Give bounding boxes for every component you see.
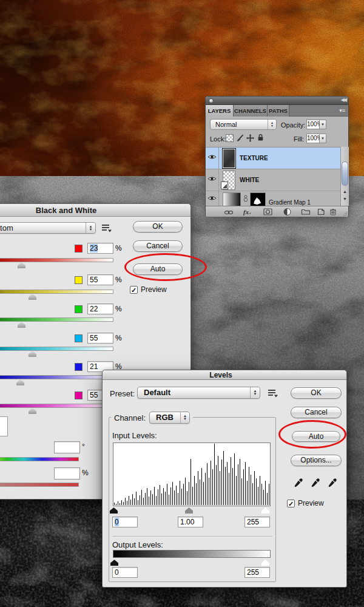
- cyan-value-field[interactable]: 55: [87, 333, 113, 344]
- lock-all-icon[interactable]: [257, 134, 265, 141]
- channel-dropdown[interactable]: RGB ▲▼: [149, 412, 190, 424]
- green-slider-handle[interactable]: [18, 322, 25, 328]
- auto-button-annotation-bw: [124, 253, 207, 281]
- tab-layers[interactable]: LAYERS: [206, 105, 234, 117]
- scrollbar-thumb[interactable]: [342, 161, 348, 186]
- layer-row-gradient-map[interactable]: Gradient Map 1: [206, 191, 340, 206]
- bw-preview-checkbox[interactable]: ✓: [130, 286, 138, 294]
- adjustment-layer-icon[interactable]: [283, 208, 292, 216]
- levels-preset-list-icon[interactable]: [268, 389, 278, 398]
- magenta-slider-handle[interactable]: [29, 408, 36, 414]
- layers-panel-titlebar[interactable]: ◀◀: [206, 97, 348, 105]
- blue-slider-track[interactable]: [0, 375, 113, 379]
- saturation-slider-track[interactable]: [0, 483, 79, 487]
- levels-preview-checkbox[interactable]: ✓: [287, 500, 295, 507]
- green-value-field[interactable]: 22: [87, 304, 113, 314]
- fill-label: Fill:: [294, 135, 304, 143]
- tint-swatch[interactable]: [0, 416, 8, 436]
- scroll-down-icon[interactable]: ▼: [341, 197, 349, 201]
- bw-ok-button[interactable]: OK: [133, 221, 183, 232]
- resize-grip-icon[interactable]: [343, 211, 348, 216]
- levels-ok-button[interactable]: OK: [291, 387, 342, 399]
- levels-preset-stepper-icon[interactable]: ▲▼: [250, 387, 260, 398]
- magenta-swatch: [75, 392, 83, 399]
- output-highlight-field[interactable]: 255: [244, 567, 270, 578]
- blue-slider-handle[interactable]: [16, 379, 24, 385]
- lock-paint-brush-icon[interactable]: [236, 134, 244, 142]
- green-slider-track[interactable]: [0, 317, 113, 322]
- red-slider-track[interactable]: [0, 258, 113, 262]
- opacity-value[interactable]: 100%: [306, 120, 320, 129]
- cyan-unit: %: [115, 334, 122, 342]
- scroll-up-icon[interactable]: ▲: [341, 189, 349, 194]
- hue-field[interactable]: [54, 441, 80, 453]
- gray-point-eyedropper-icon[interactable]: [310, 478, 320, 489]
- visibility-toggle[interactable]: [206, 169, 219, 191]
- levels-preset-dropdown[interactable]: Default ▲▼: [137, 387, 260, 399]
- green-swatch: [75, 305, 83, 313]
- new-layer-icon[interactable]: [317, 208, 325, 216]
- output-gradient-bar: [113, 550, 271, 558]
- blend-mode-dropdown[interactable]: Normal ▲▼: [210, 119, 277, 130]
- texture-layer-thumbnail[interactable]: [223, 149, 235, 168]
- gradient-map-thumbnail[interactable]: [223, 192, 241, 206]
- yellow-slider-track[interactable]: [0, 290, 113, 294]
- bw-dialog-titlebar[interactable]: Black and White: [0, 204, 190, 217]
- layer-style-fx-icon[interactable]: fx▼: [243, 208, 251, 216]
- white-point-eyedropper-icon[interactable]: [327, 478, 337, 489]
- output-shadow-field[interactable]: 0: [112, 567, 138, 578]
- opacity-arrow-icon[interactable]: ▼: [320, 120, 326, 129]
- tab-paths[interactable]: PATHS: [268, 105, 289, 117]
- layers-scrollbar[interactable]: ▲ ▼: [340, 147, 349, 206]
- levels-cancel-button[interactable]: Cancel: [291, 407, 342, 418]
- layer-mask-thumbnail[interactable]: [250, 192, 266, 206]
- layer-row-white[interactable]: WHITE: [206, 169, 340, 191]
- blend-mode-stepper-icon[interactable]: ▲▼: [268, 120, 276, 129]
- levels-preset-value: Default: [138, 387, 260, 398]
- red-slider-handle[interactable]: [18, 262, 25, 268]
- link-layers-icon[interactable]: [224, 209, 234, 216]
- input-levels-label: Input Levels:: [112, 431, 157, 440]
- collapse-panel-icon[interactable]: ◀◀: [341, 97, 346, 103]
- layers-panel-tabs: LAYERS CHANNELS PATHS ▾≡: [206, 105, 348, 117]
- layers-panel: ◀◀ LAYERS CHANNELS PATHS ▾≡ Normal ▲▼ Op…: [205, 96, 349, 217]
- cyan-slider-track[interactable]: [0, 347, 113, 351]
- input-highlight-field[interactable]: 255: [244, 517, 270, 527]
- magenta-slider-track[interactable]: [0, 404, 113, 408]
- new-group-icon[interactable]: [301, 208, 311, 215]
- input-shadow-field[interactable]: 0: [112, 517, 138, 527]
- layer-name: Gradient Map 1: [269, 199, 311, 206]
- input-gamma-field[interactable]: 1.00: [178, 517, 203, 527]
- red-swatch: [75, 245, 83, 253]
- levels-options-button[interactable]: Options...: [291, 455, 342, 466]
- visibility-toggle[interactable]: [206, 148, 219, 169]
- delete-layer-trash-icon[interactable]: [329, 208, 337, 216]
- lock-position-move-icon[interactable]: [246, 134, 254, 142]
- panel-menu-icon[interactable]: ▾≡: [339, 105, 348, 116]
- visibility-toggle[interactable]: [206, 191, 219, 206]
- lock-transparency-icon[interactable]: [226, 134, 234, 142]
- channel-stepper-icon[interactable]: ▲▼: [180, 412, 189, 423]
- blue-swatch: [75, 363, 83, 371]
- bw-cancel-button[interactable]: Cancel: [133, 240, 183, 252]
- bw-preset-value: Custom: [0, 223, 95, 233]
- bw-preset-list-icon[interactable]: [101, 224, 112, 232]
- tab-channels[interactable]: CHANNELS: [234, 105, 268, 117]
- yellow-value-field[interactable]: 55: [87, 274, 113, 285]
- levels-preview-label: Preview: [298, 499, 324, 508]
- saturation-field[interactable]: [54, 467, 80, 480]
- photoshop-screenshot: Black and White Custom ▲▼ OK Cancel Auto…: [0, 0, 364, 607]
- panel-close-icon[interactable]: [209, 98, 214, 103]
- layer-row-texture[interactable]: TEXTURE: [206, 148, 340, 169]
- bw-preset-dropdown[interactable]: Custom ▲▼: [0, 222, 96, 234]
- yellow-slider-handle[interactable]: [29, 294, 36, 300]
- black-point-eyedropper-icon[interactable]: [293, 478, 303, 489]
- hue-slider-track[interactable]: [0, 457, 79, 461]
- red-value-field[interactable]: 23: [87, 243, 113, 254]
- fill-value[interactable]: 100%: [306, 134, 320, 143]
- cyan-slider-handle[interactable]: [29, 351, 36, 357]
- bw-preset-stepper-icon[interactable]: ▲▼: [86, 223, 95, 233]
- add-layer-mask-icon[interactable]: [263, 208, 272, 216]
- fill-arrow-icon[interactable]: ▼: [320, 134, 326, 143]
- levels-dialog-titlebar[interactable]: Levels: [103, 370, 346, 380]
